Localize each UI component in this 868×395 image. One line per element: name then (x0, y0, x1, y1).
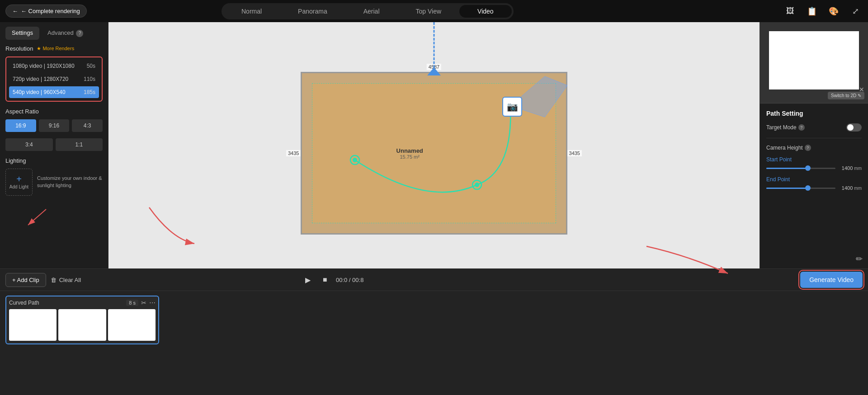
end-point-label[interactable]: End Point (766, 176, 862, 183)
aspect-3-4[interactable]: 3:4 (5, 138, 53, 151)
nav-icons: 🖼 📋 🎨 ⤢ (783, 4, 863, 19)
bookmark-icon[interactable]: 📋 (805, 4, 819, 19)
resolution-option-540[interactable]: 540p video | 960X540 185s (9, 86, 99, 98)
resolution-option-720[interactable]: 720p video | 1280X720 110s (9, 73, 99, 85)
tab-video[interactable]: Video (459, 5, 512, 18)
room-size: 15.75 m² (396, 154, 423, 160)
aspect-ratio-grid-2: 3:4 1:1 (5, 138, 103, 151)
nav-tabs: Normal Panorama Aerial Top View Video (222, 3, 514, 19)
lighting-title: Lighting (5, 157, 26, 164)
panel-tabs: Settings Advanced ? (0, 22, 108, 40)
camera-height-label: Camera Height ? (766, 145, 862, 151)
expand-icon[interactable]: ⤢ (848, 4, 863, 19)
start-point-control: 1400 mm (766, 165, 862, 171)
playback-controls: ▶ ■ 00:0 / 00:8 (302, 273, 363, 286)
generate-video-button[interactable]: Generate Video (800, 272, 863, 288)
clip-duration: 8 s (126, 300, 138, 306)
toggle-knob (847, 124, 854, 131)
end-point-fill (766, 188, 808, 189)
start-point-label[interactable]: Start Point (766, 156, 862, 163)
clear-all-label: Clear All (59, 277, 81, 283)
end-point-value: 1400 mm (839, 185, 862, 191)
clip-name: Curved Path (9, 300, 39, 306)
tab-normal[interactable]: Normal (223, 5, 280, 18)
start-point-slider[interactable] (766, 168, 835, 169)
top-nav: ← ← Complete rendering Normal Panorama A… (0, 0, 868, 22)
floor-plan: Unnamed 15.75 m² 4587 3435 3435 📷 (301, 72, 567, 235)
edit-icon[interactable]: ✏ (856, 254, 863, 264)
close-right-panel-button[interactable]: ✕ (859, 86, 864, 93)
start-point-fill (766, 168, 808, 169)
aspect-4-3[interactable]: 4:3 (72, 119, 103, 132)
svg-line-1 (28, 209, 46, 225)
aspect-1-1[interactable]: 1:1 (56, 138, 103, 151)
time-display: 00:0 / 00:8 (336, 277, 363, 283)
room-name: Unnamed (396, 147, 423, 154)
back-label: ← Complete rendering (21, 8, 80, 14)
aspect-ratio-grid: 16:9 9:16 4:3 (5, 119, 103, 132)
plus-icon: + (16, 174, 22, 183)
camera-direction-arrow (427, 67, 441, 77)
camera-icon[interactable]: 📷 (502, 97, 522, 117)
back-arrow-icon: ← (12, 8, 18, 14)
clear-all-button[interactable]: 🗑 Clear All (51, 277, 81, 283)
dimension-left: 3435 (286, 150, 301, 156)
camera-height-help-icon[interactable]: ? (805, 145, 811, 151)
bottom-toolbar: + Add Clip 🗑 Clear All ▶ ■ 00:0 / 00:8 G… (0, 269, 868, 291)
star-icon: ★ (37, 46, 41, 52)
play-button[interactable]: ▶ (302, 273, 314, 286)
tab-advanced[interactable]: Advanced ? (41, 27, 90, 40)
tab-topview[interactable]: Top View (398, 5, 460, 18)
more-renders-btn[interactable]: ★ More Renders (37, 46, 74, 52)
tab-settings[interactable]: Settings (5, 27, 39, 40)
clip-controls: 8 s ✂ ⋯ (126, 299, 156, 306)
aspect-ratio-title: Aspect Ratio (5, 108, 39, 115)
end-point-control: 1400 mm (766, 185, 862, 191)
resolution-section-header: Resolution ★ More Renders (5, 45, 103, 52)
clip-thumb-1 (9, 309, 57, 341)
lighting-row: + Add Light Customize your own indoor & … (5, 169, 103, 196)
add-clip-button[interactable]: + Add Clip (5, 273, 46, 287)
target-mode-row: Target Mode ? (766, 123, 862, 132)
lighting-description: Customize your own indoor & sunlight lig… (37, 175, 103, 189)
aspect-16-9[interactable]: 16:9 (5, 119, 36, 132)
resolution-option-1080[interactable]: 1080p video | 1920X1080 50s (9, 60, 99, 72)
divider (766, 138, 862, 138)
lighting-arrow-area (5, 205, 103, 232)
trash-icon: 🗑 (51, 277, 57, 283)
end-point-thumb[interactable] (805, 185, 811, 191)
preview-white-area (769, 31, 859, 89)
color-wheel-icon[interactable]: 🎨 (826, 4, 841, 19)
advanced-help-icon[interactable]: ? (76, 30, 83, 37)
lighting-header: Lighting (5, 157, 103, 164)
clip-menu-icon[interactable]: ⋯ (149, 299, 156, 306)
back-button[interactable]: ← ← Complete rendering (5, 5, 87, 18)
bottom-bar: + Add Clip 🗑 Clear All ▶ ■ 00:0 / 00:8 G… (0, 268, 868, 395)
clip-edit-icon[interactable]: ✂ (141, 299, 146, 306)
clip-thumbnails (9, 309, 156, 341)
start-point-row: Start Point 1400 mm (766, 156, 862, 171)
target-mode-label: Target Mode ? (766, 124, 805, 131)
start-point-thumb[interactable] (805, 165, 811, 171)
timeline-area: Curved Path 8 s ✂ ⋯ (0, 291, 868, 349)
target-mode-toggle[interactable] (846, 123, 862, 132)
target-mode-help-icon[interactable]: ? (798, 124, 805, 131)
add-light-button[interactable]: + Add Light (5, 169, 33, 196)
clip-thumb-3 (108, 309, 156, 341)
preview-box: Switch to 2D ✎ (760, 22, 868, 103)
tab-aerial[interactable]: Aerial (345, 5, 398, 18)
aspect-ratio-header: Aspect Ratio (5, 108, 103, 115)
aspect-9-16[interactable]: 9:16 (39, 119, 70, 132)
resolution-box: 1080p video | 1920X1080 50s 720p video |… (5, 56, 103, 102)
add-clip-label: + Add Clip (12, 277, 39, 283)
path-setting-title: Path Setting (766, 110, 862, 117)
stop-button[interactable]: ■ (319, 273, 331, 286)
tab-panorama[interactable]: Panorama (280, 5, 345, 18)
svg-marker-2 (427, 67, 441, 75)
dimension-right: 3435 (567, 150, 582, 156)
image-icon[interactable]: 🖼 (783, 4, 797, 19)
red-arrow-left (145, 203, 199, 248)
end-point-slider[interactable] (766, 188, 835, 189)
room-label: Unnamed 15.75 m² (396, 147, 423, 160)
clip-header: Curved Path 8 s ✂ ⋯ (9, 299, 156, 306)
